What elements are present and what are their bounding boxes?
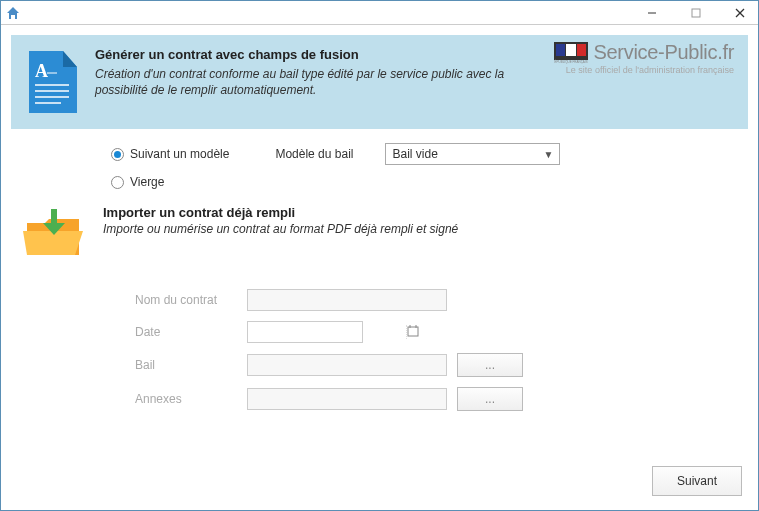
document-icon: A <box>27 51 77 113</box>
radio-blank[interactable]: Vierge <box>111 175 164 189</box>
input-bail[interactable] <box>247 354 447 376</box>
titlebar-left <box>5 5 21 21</box>
svg-rect-13 <box>577 44 586 56</box>
import-title: Importer un contrat déjà rempli <box>103 205 732 220</box>
bail-model-label: Modèle du bail <box>275 147 353 161</box>
hero-subtitle: Création d'un contrat conforme au bail t… <box>95 66 532 98</box>
french-emblem-icon: RÉPUBLIQUE FRANÇAISE <box>554 42 588 64</box>
label-contract-name: Nom du contrat <box>135 293 247 307</box>
minimize-button[interactable] <box>638 3 666 23</box>
import-text: Importer un contrat déjà rempli Importe … <box>103 205 732 236</box>
label-annexes: Annexes <box>135 392 247 406</box>
generate-options-row2: Vierge <box>11 169 748 193</box>
titlebar <box>1 1 758 25</box>
label-bail: Bail <box>135 358 247 372</box>
logo-text: Service-Public.fr <box>594 41 735 64</box>
svg-rect-15 <box>408 327 418 336</box>
svg-rect-1 <box>692 9 700 17</box>
svg-rect-11 <box>556 44 565 56</box>
content: A Générer un contrat avec champs de fusi… <box>1 25 758 411</box>
footer: Suivant <box>652 466 742 496</box>
radio-model-label: Suivant un modèle <box>130 147 229 161</box>
folder-import-icon <box>23 209 85 261</box>
home-icon <box>5 5 21 21</box>
date-picker[interactable] <box>247 321 363 343</box>
browse-annexes-button[interactable]: ... <box>457 387 523 411</box>
hero-title: Générer un contrat avec champs de fusion <box>95 47 532 62</box>
service-public-logo: RÉPUBLIQUE FRANÇAISE Service-Public.fr L… <box>554 41 735 75</box>
svg-rect-12 <box>566 44 576 56</box>
logo-tagline: Le site officiel de l'administration fra… <box>554 65 735 75</box>
input-date[interactable] <box>248 322 406 342</box>
row-contract-name: Nom du contrat <box>135 289 748 311</box>
radio-dot-icon <box>111 176 124 189</box>
input-annexes[interactable] <box>247 388 447 410</box>
app-window: A Générer un contrat avec champs de fusi… <box>0 0 759 511</box>
radio-blank-label: Vierge <box>130 175 164 189</box>
svg-text:A: A <box>35 61 48 81</box>
row-annexes: Annexes ... <box>135 387 748 411</box>
import-section: Importer un contrat déjà rempli Importe … <box>11 193 748 261</box>
hero-banner: A Générer un contrat avec champs de fusi… <box>11 35 748 129</box>
browse-bail-button[interactable]: ... <box>457 353 523 377</box>
input-contract-name[interactable] <box>247 289 447 311</box>
svg-text:RÉPUBLIQUE FRANÇAISE: RÉPUBLIQUE FRANÇAISE <box>554 59 588 64</box>
radio-model[interactable]: Suivant un modèle <box>111 147 229 161</box>
bail-model-dropdown[interactable]: Bail vide ▼ <box>385 143 560 165</box>
row-date: Date <box>135 321 748 343</box>
window-controls <box>638 3 754 23</box>
maximize-button[interactable] <box>682 3 710 23</box>
close-button[interactable] <box>726 3 754 23</box>
radio-dot-icon <box>111 148 124 161</box>
calendar-icon[interactable] <box>406 325 419 339</box>
import-form: Nom du contrat Date Bail ... Annexes <box>11 261 748 411</box>
next-button[interactable]: Suivant <box>652 466 742 496</box>
row-bail: Bail ... <box>135 353 748 377</box>
label-date: Date <box>135 325 247 339</box>
chevron-down-icon: ▼ <box>544 149 554 160</box>
import-subtitle: Importe ou numérise un contrat au format… <box>103 222 732 236</box>
generate-options-row: Suivant un modèle Modèle du bail Bail vi… <box>11 129 748 169</box>
dropdown-value: Bail vide <box>392 147 437 161</box>
